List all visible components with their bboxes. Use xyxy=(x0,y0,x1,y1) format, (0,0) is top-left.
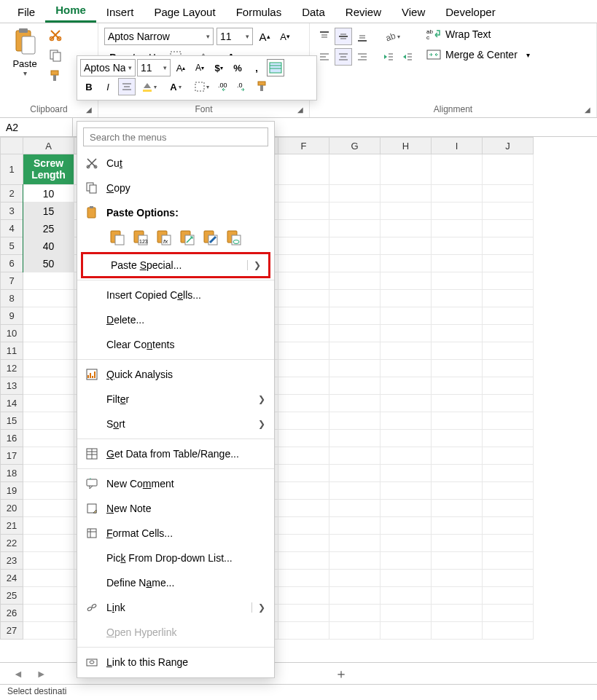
paste-formatting-icon[interactable] xyxy=(201,228,220,247)
cell-J6[interactable] xyxy=(483,255,534,272)
cell-G23[interactable] xyxy=(329,552,381,570)
tab-developer[interactable]: Developer xyxy=(435,1,505,23)
cell-G26[interactable] xyxy=(329,605,381,622)
cell-H7[interactable] xyxy=(381,272,432,290)
cell-J8[interactable] xyxy=(483,290,534,307)
cell-F9[interactable] xyxy=(278,307,329,325)
add-sheet-button[interactable]: ＋ xyxy=(332,665,350,683)
cell-A3[interactable]: 15 xyxy=(23,202,74,220)
row-header-5[interactable]: 5 xyxy=(0,237,23,255)
cell-I15[interactable] xyxy=(432,412,483,430)
sheet-nav-prev[interactable]: ◄ xyxy=(9,668,28,680)
menu-search[interactable] xyxy=(83,127,268,146)
row-header-18[interactable]: 18 xyxy=(0,465,23,482)
cell-A14[interactable] xyxy=(23,395,74,412)
cell-J3[interactable] xyxy=(483,202,534,220)
cell-A6[interactable]: 50 xyxy=(23,255,74,272)
cell-J22[interactable] xyxy=(483,535,534,552)
cell-I6[interactable] xyxy=(432,255,483,272)
cell-J1[interactable] xyxy=(483,154,534,185)
row-header-22[interactable]: 22 xyxy=(0,535,23,552)
cell-F3[interactable] xyxy=(278,202,329,220)
cell-I17[interactable] xyxy=(432,447,483,465)
cell-I9[interactable] xyxy=(432,307,483,325)
cell-G12[interactable] xyxy=(329,360,381,377)
row-header-7[interactable]: 7 xyxy=(0,272,23,290)
mini-size-combo[interactable]: 11▾ xyxy=(137,59,171,76)
cell-G3[interactable] xyxy=(329,202,381,220)
cell-H11[interactable] xyxy=(381,342,432,360)
cell-A21[interactable] xyxy=(23,517,74,535)
cell-J16[interactable] xyxy=(483,430,534,447)
mini-borders-button[interactable]: ▾ xyxy=(190,78,214,95)
cell-G11[interactable] xyxy=(329,342,381,360)
cell-G4[interactable] xyxy=(329,220,381,237)
row-header-27[interactable]: 27 xyxy=(0,622,23,640)
font-size-combo[interactable]: 11▾ xyxy=(216,28,253,45)
cell-I18[interactable] xyxy=(432,465,483,482)
tab-data[interactable]: Data xyxy=(292,1,335,23)
cell-J18[interactable] xyxy=(483,465,534,482)
row-header-26[interactable]: 26 xyxy=(0,605,23,622)
paste-transpose-icon[interactable] xyxy=(178,228,197,247)
cell-G14[interactable] xyxy=(329,395,381,412)
cell-F7[interactable] xyxy=(278,272,329,290)
col-header-A[interactable]: A xyxy=(23,137,74,154)
mini-accounting-icon[interactable]: $▾ xyxy=(210,59,227,76)
row-header-6[interactable]: 6 xyxy=(0,255,23,272)
cell-I4[interactable] xyxy=(432,220,483,237)
row-header-14[interactable]: 14 xyxy=(0,395,23,412)
cell-J12[interactable] xyxy=(483,360,534,377)
cell-H6[interactable] xyxy=(381,255,432,272)
col-header-I[interactable]: I xyxy=(432,137,483,154)
cell-H16[interactable] xyxy=(381,430,432,447)
cell-A19[interactable] xyxy=(23,482,74,500)
mini-increase-decimal-icon[interactable]: .00 xyxy=(216,78,233,95)
row-header-13[interactable]: 13 xyxy=(0,377,23,395)
row-header-17[interactable]: 17 xyxy=(0,447,23,465)
cell-H4[interactable] xyxy=(381,220,432,237)
row-header-23[interactable]: 23 xyxy=(0,552,23,570)
cell-J5[interactable] xyxy=(483,237,534,255)
cell-I16[interactable] xyxy=(432,430,483,447)
mini-comma-icon[interactable]: , xyxy=(248,59,265,76)
cell-A2[interactable]: 10 xyxy=(23,185,74,202)
cell-H24[interactable] xyxy=(381,570,432,587)
cell-I1[interactable] xyxy=(432,154,483,185)
cell-A22[interactable] xyxy=(23,535,74,552)
menu-pick-dropdown[interactable]: Pick From Drop-down List... xyxy=(77,546,274,570)
menu-search-input[interactable] xyxy=(83,127,268,146)
cell-J4[interactable] xyxy=(483,220,534,237)
cell-F2[interactable] xyxy=(278,185,329,202)
cell-A8[interactable] xyxy=(23,290,74,307)
increase-font-icon[interactable]: A▴ xyxy=(256,28,273,45)
cell-G19[interactable] xyxy=(329,482,381,500)
menu-new-comment[interactable]: + New Comment xyxy=(77,471,274,496)
cell-I3[interactable] xyxy=(432,202,483,220)
cell-F23[interactable] xyxy=(278,552,329,570)
cell-G24[interactable] xyxy=(329,570,381,587)
cell-I14[interactable] xyxy=(432,395,483,412)
tab-page-layout[interactable]: Page Layout xyxy=(144,1,225,23)
cell-F22[interactable] xyxy=(278,535,329,552)
cell-I25[interactable] xyxy=(432,587,483,605)
cell-G18[interactable] xyxy=(329,465,381,482)
cell-I10[interactable] xyxy=(432,325,483,342)
cell-G9[interactable] xyxy=(329,307,381,325)
menu-link-to-range[interactable]: Link to this Range xyxy=(77,650,274,675)
cell-H15[interactable] xyxy=(381,412,432,430)
row-header-21[interactable]: 21 xyxy=(0,517,23,535)
paste-link-icon[interactable] xyxy=(225,228,243,247)
row-header-8[interactable]: 8 xyxy=(0,290,23,307)
cell-G20[interactable] xyxy=(329,500,381,517)
menu-insert-copied-cells[interactable]: Insert Copied Cells... xyxy=(77,283,274,307)
select-all-corner[interactable] xyxy=(0,137,23,154)
cell-A7[interactable] xyxy=(23,272,74,290)
cell-I11[interactable] xyxy=(432,342,483,360)
cell-J26[interactable] xyxy=(483,605,534,622)
cell-F15[interactable] xyxy=(278,412,329,430)
row-header-19[interactable]: 19 xyxy=(0,482,23,500)
menu-paste-special[interactable]: Paste Special... ❯ xyxy=(82,253,270,278)
cell-G15[interactable] xyxy=(329,412,381,430)
cell-A9[interactable] xyxy=(23,307,74,325)
